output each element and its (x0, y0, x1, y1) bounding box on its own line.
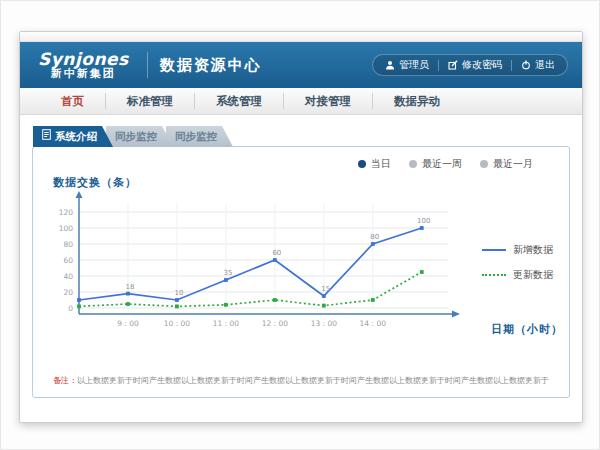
nav-item-standard-management[interactable]: 标准管理 (106, 93, 195, 109)
toolbar-separator (438, 60, 439, 71)
svg-text:10: 10 (174, 289, 183, 297)
toolbar-separator (511, 60, 512, 71)
user-toolbar: 管理员 修改密码 退出 (372, 54, 568, 76)
svg-text:12 : 00: 12 : 00 (262, 319, 289, 328)
radio-selected-icon (358, 160, 366, 168)
filter-label: 最近一月 (493, 157, 533, 171)
chart-area: 数据交换（条） 0204060801001209 : 0010 : 0011 :… (43, 175, 559, 351)
footnote-prefix: 备注： (53, 376, 77, 385)
tab-sync-monitor-1[interactable]: 同步监控 (106, 126, 173, 147)
green-dotted-sample-icon (482, 274, 506, 276)
chart-legend: 新增数据 更新数据 (482, 243, 553, 282)
x-axis-title: 日期（小时） (491, 322, 563, 337)
power-icon (521, 60, 531, 70)
svg-text:13 : 00: 13 : 00 (311, 319, 338, 328)
nav-item-data-changes[interactable]: 数据异动 (373, 93, 461, 109)
svg-text:60: 60 (63, 256, 73, 265)
change-password-label: 修改密码 (462, 58, 502, 72)
svg-text:80: 80 (370, 233, 379, 241)
page-background: Synjones 新中新集团 数据资源中心 管理员 修改密码 (0, 0, 600, 450)
nav-item-home[interactable]: 首页 (40, 93, 106, 109)
brand-logo: Synjones 新中新集团 (32, 50, 135, 81)
radio-unselected-icon (480, 160, 488, 168)
svg-text:60: 60 (272, 249, 281, 257)
svg-text:11 : 00: 11 : 00 (213, 319, 240, 328)
filter-option-today[interactable]: 当日 (358, 157, 391, 171)
filter-option-last-week[interactable]: 最近一周 (409, 157, 462, 171)
legend-label: 新增数据 (513, 243, 553, 257)
user-icon (385, 60, 395, 70)
document-icon (42, 126, 51, 147)
window-top-strip (20, 32, 582, 42)
svg-text:40: 40 (63, 272, 73, 281)
legend-label: 更新数据 (513, 268, 553, 282)
svg-text:120: 120 (59, 208, 74, 217)
y-axis-title: 数据交换（条） (53, 175, 559, 190)
tab-label: 同步监控 (115, 126, 157, 147)
radio-unselected-icon (409, 160, 417, 168)
footnote-text: 以上数据更新于时间产生数据以上数据更新于时间产生数据以上数据更新于时间产生数据以… (77, 376, 549, 385)
svg-text:20: 20 (63, 288, 73, 297)
tab-sync-monitor-2[interactable]: 同步监控 (166, 126, 233, 147)
app-header: Synjones 新中新集团 数据资源中心 管理员 修改密码 (20, 42, 582, 88)
legend-item-updated-data: 更新数据 (482, 268, 553, 282)
filter-label: 最近一周 (422, 157, 462, 171)
filter-label: 当日 (371, 157, 391, 171)
legend-item-new-data: 新增数据 (482, 243, 553, 257)
nav-item-integration-management[interactable]: 对接管理 (284, 93, 373, 109)
filter-option-last-month[interactable]: 最近一月 (480, 157, 533, 171)
tab-label: 系统介绍 (55, 126, 97, 147)
svg-text:0: 0 (68, 304, 73, 313)
line-chart: 0204060801001209 : 0010 : 0011 : 0012 : … (49, 190, 479, 336)
svg-text:9 : 00: 9 : 00 (117, 319, 139, 328)
svg-text:100: 100 (59, 224, 74, 233)
user-account-button[interactable]: 管理员 (385, 58, 429, 72)
svg-text:14 : 00: 14 : 00 (360, 319, 387, 328)
header-divider (147, 52, 148, 78)
page-title: 数据资源中心 (160, 56, 262, 75)
change-password-button[interactable]: 修改密码 (448, 58, 502, 72)
time-range-filter: 当日 最近一周 最近一月 (43, 153, 559, 173)
chart-panel: 当日 最近一周 最近一月 数据交换（条） 0204060801001209 : … (32, 146, 570, 398)
main-nav: 首页 标准管理 系统管理 对接管理 数据异动 (20, 88, 582, 115)
footnote: 备注：以上数据更新于时间产生数据以上数据更新于时间产生数据以上数据更新于时间产生… (43, 375, 559, 386)
logo-subtitle: 新中新集团 (38, 68, 129, 80)
edit-icon (448, 60, 458, 70)
app-window: Synjones 新中新集团 数据资源中心 管理员 修改密码 (19, 31, 583, 423)
blue-line-sample-icon (482, 249, 506, 251)
user-label: 管理员 (399, 58, 429, 72)
logo-name: Synjones (38, 50, 129, 69)
logout-label: 退出 (535, 58, 555, 72)
svg-text:35: 35 (223, 269, 232, 277)
logout-button[interactable]: 退出 (521, 58, 555, 72)
svg-text:80: 80 (63, 240, 73, 249)
nav-item-system-management[interactable]: 系统管理 (195, 93, 284, 109)
tab-system-intro[interactable]: 系统介绍 (33, 126, 113, 147)
tab-label: 同步监控 (175, 126, 217, 147)
svg-text:100: 100 (417, 217, 430, 225)
tab-bar: 系统介绍 同步监控 同步监控 (33, 126, 570, 147)
svg-text:18: 18 (126, 283, 135, 291)
content-area: 系统介绍 同步监控 同步监控 当日 最近一周 (20, 115, 582, 398)
svg-text:15: 15 (321, 285, 330, 293)
svg-text:10 : 00: 10 : 00 (164, 319, 191, 328)
